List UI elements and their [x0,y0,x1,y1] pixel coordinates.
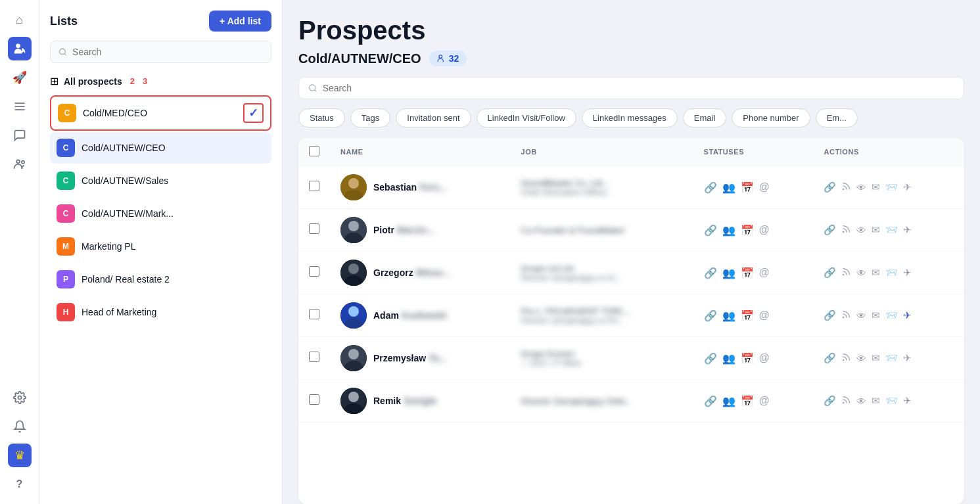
send-icon[interactable]: ✈ [903,224,912,236]
list-item-marketing-pl[interactable]: M Marketing PL [50,231,271,262]
inbox-icon[interactable]: 📨 [885,352,898,364]
calendar-icon[interactable]: 📅 [741,352,754,365]
link-icon[interactable]: 🔗 [704,224,717,237]
crown-icon[interactable]: ♛ [8,444,32,467]
connect-icon[interactable]: 🔗 [824,309,836,321]
filter-invitation-sent[interactable]: Invitation sent [396,108,471,127]
rss-icon[interactable] [841,309,851,321]
row-checkbox[interactable] [309,266,319,277]
people-status-icon[interactable]: 👥 [722,352,735,365]
link-icon[interactable]: 🔗 [704,267,717,279]
list-item-poland-real-estate[interactable]: P Poland/ Real estate 2 [50,263,271,295]
eye-icon[interactable]: 👁 [856,396,866,407]
link-icon[interactable]: 🔗 [704,395,717,407]
link-icon[interactable]: 🔗 [704,352,717,365]
inbox-icon[interactable]: 📨 [885,181,898,193]
filter-em[interactable]: Em... [816,108,858,127]
list-item-cold-autnew-mark[interactable]: C Cold/AUTNEW/Mark... [50,198,271,229]
home-icon[interactable]: ⌂ [8,8,32,32]
col-actions: ACTIONS [813,138,964,166]
eye-icon[interactable]: 👁 [856,267,866,279]
filter-phone[interactable]: Phone number [732,108,810,127]
mail-icon[interactable]: ✉ [872,352,880,364]
inbox-icon[interactable]: 📨 [885,309,898,321]
filter-status[interactable]: Status [298,108,345,127]
connect-icon[interactable]: 🔗 [824,395,836,407]
connect-icon[interactable]: 🔗 [824,267,836,279]
select-all-checkbox[interactable] [309,146,319,156]
mail-icon[interactable]: ✉ [872,395,880,407]
at-icon[interactable]: @ [759,395,770,407]
settings-icon[interactable] [8,386,32,409]
row-checkbox[interactable] [309,309,319,319]
inbox-icon[interactable]: 📨 [885,267,898,279]
add-list-button[interactable]: + Add list [209,11,271,32]
prospects-table-container: NAME JOB STATUSES ACTIONS [298,138,964,504]
main-search-input[interactable] [323,83,954,93]
rocket-icon[interactable]: 🚀 [8,66,32,89]
send-icon[interactable]: ✈ [903,309,912,321]
mail-icon[interactable]: ✉ [872,309,880,321]
send-icon[interactable]: ✈ [903,352,912,364]
at-icon[interactable]: @ [759,224,770,236]
eye-icon[interactable]: 👁 [856,225,866,236]
filter-linkedin-messages[interactable]: LinkedIn messages [582,108,678,127]
at-icon[interactable]: @ [759,267,770,279]
people-icon[interactable] [8,37,32,60]
inbox-icon[interactable]: 📨 [885,224,898,236]
email-status-icon[interactable]: @ [759,181,770,193]
rss-icon[interactable] [841,267,851,279]
connect-icon[interactable]: 🔗 [824,224,836,236]
mail-icon[interactable]: ✉ [872,181,880,193]
list-item-cold-med-ceo[interactable]: C Cold/MED/CEO ✓ [50,95,271,131]
link-icon[interactable]: 🔗 [704,309,717,322]
at-icon[interactable]: @ [759,352,770,364]
row-checkbox[interactable] [309,394,319,405]
calendar-icon[interactable]: 📅 [741,309,754,322]
rss-icon[interactable] [841,352,851,364]
bell-icon[interactable] [8,415,32,438]
link-icon[interactable]: 🔗 [704,181,717,194]
people-status-icon[interactable]: 👥 [722,395,735,407]
rss-icon[interactable] [841,181,851,193]
filter-linkedin-visit[interactable]: LinkedIn Visit/Follow [477,108,576,127]
row-checkbox[interactable] [309,181,319,191]
list-badge-cold-autnew-ceo: C [57,139,75,157]
all-prospects-row[interactable]: ⊞ All prospects 2 3 [50,72,271,90]
mail-icon[interactable]: ✉ [872,224,880,236]
list-item-cold-autnew-sales[interactable]: C Cold/AUTNEW/Sales [50,165,271,196]
connect-icon[interactable]: 🔗 [824,352,836,364]
row-checkbox[interactable] [309,352,319,362]
filter-email[interactable]: Email [683,108,727,127]
calendar-icon[interactable]: 📅 [741,224,754,237]
people-status-icon[interactable]: 👥 [722,309,735,322]
help-icon[interactable]: ? [8,472,32,496]
send-icon[interactable]: ✈ [903,267,912,279]
mail-icon[interactable]: ✉ [872,267,880,279]
send-icon[interactable]: ✈ [903,395,912,407]
rss-icon[interactable] [841,395,851,407]
list-icon[interactable] [8,95,32,118]
row-checkbox[interactable] [309,223,319,234]
chat-icon[interactable] [8,124,32,147]
calendar-icon[interactable]: 📅 [741,267,754,279]
people-status-icon[interactable]: 👥 [722,224,735,237]
team-icon[interactable] [8,152,32,176]
avatar [340,302,367,329]
sidebar-search-input[interactable] [72,47,263,57]
people-status-icon[interactable]: 👥 [722,267,735,279]
calendar-icon[interactable]: 📅 [741,395,754,407]
eye-icon[interactable]: 👁 [856,182,866,193]
eye-icon[interactable]: 👁 [856,310,866,321]
rss-icon[interactable] [841,224,851,236]
calendar-icon[interactable]: 📅 [741,181,754,194]
connect-icon[interactable]: 🔗 [824,181,836,193]
send-icon[interactable]: ✈ [903,181,912,193]
at-icon[interactable]: @ [759,309,770,321]
list-item-cold-autnew-ceo[interactable]: C Cold/AUTNEW/CEO [50,132,271,164]
list-item-head-of-marketing[interactable]: H Head of Marketing [50,296,271,328]
inbox-icon[interactable]: 📨 [885,395,898,407]
filter-tags[interactable]: Tags [350,108,390,127]
eye-icon[interactable]: 👁 [856,353,866,364]
people-status-icon[interactable]: 👥 [722,181,735,194]
